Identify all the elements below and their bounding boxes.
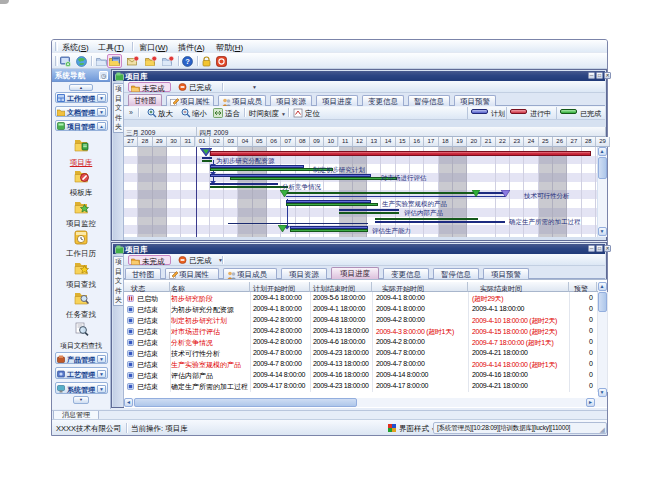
- svg-text:?: ?: [185, 57, 190, 66]
